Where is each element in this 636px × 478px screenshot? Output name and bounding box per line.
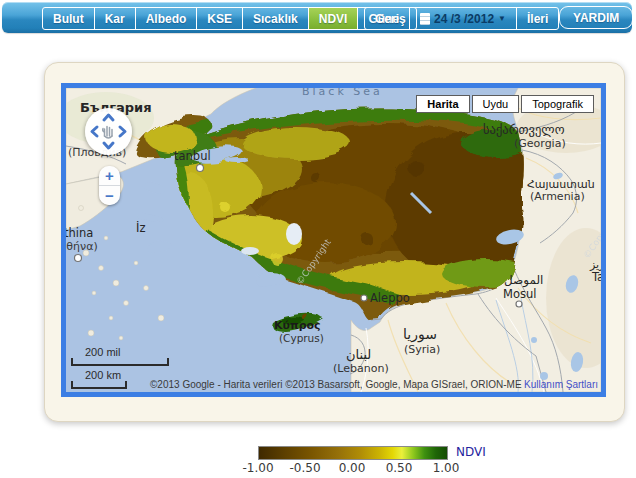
scale-miles: 200 mil [71, 346, 169, 366]
pan-up-icon [104, 115, 113, 120]
label-athina-greek: (θήνα) [66, 240, 98, 253]
scale-km: 200 km [71, 369, 127, 389]
layer-button-bulut[interactable]: Bulut [43, 8, 95, 29]
legend-tick: 0.50 [386, 461, 413, 475]
label-cyprus-en: (Cyprus) [279, 332, 324, 344]
scale-miles-label: 200 mil [85, 346, 169, 358]
label-athina: thina [66, 226, 93, 240]
label-georgia-en: (Georgia) [514, 137, 566, 150]
help-button[interactable]: YARDIM [559, 6, 633, 29]
zoom-in-button[interactable]: + [99, 166, 120, 186]
map-card: ©Copyright ©Copyright Black Sea България… [44, 62, 625, 422]
label-syria-ar: سوريا [403, 326, 437, 343]
label-mosul-ar: الموصل [504, 273, 543, 288]
pan-right-icon [120, 127, 125, 136]
legend-gradient-bar [258, 446, 448, 460]
scale-km-label: 200 km [85, 369, 127, 381]
legend-title: NDVI [456, 445, 486, 459]
label-syria-en: (Syria) [404, 343, 440, 356]
date-value: 24 /3 /2012 [434, 12, 494, 26]
toolbar: Bulut Kar Albedo KSE Sıcaklık NDVI Güneş… [2, 2, 632, 33]
pan-down-icon [104, 143, 113, 148]
label-armenia-en: (Armenia) [530, 190, 585, 203]
legend-tick: -0.50 [289, 461, 320, 475]
map-type-topografik[interactable]: Topografik [521, 95, 594, 113]
map-copyright: ©2013 Google - Harita verileri ©2013 Bas… [150, 379, 522, 390]
date-picker[interactable]: 24 /3 /2012 ▼ [410, 8, 517, 29]
ndvi-legend: -1.00 -0.50 0.00 0.50 1.00 NDVI [237, 442, 527, 476]
map[interactable]: ©Copyright ©Copyright Black Sea България… [61, 83, 606, 397]
scale-miles-bar [71, 358, 169, 366]
back-button[interactable]: Geri [365, 8, 410, 29]
map-type-harita[interactable]: Harita [416, 95, 469, 113]
label-mosul-en: Mosul [503, 287, 536, 301]
label-izmir: İz [136, 220, 145, 235]
label-cyprus-el: Κύπρος [274, 319, 321, 332]
label-tabriz-en: Tab [591, 270, 601, 284]
date-nav-group: Geri 24 /3 /2012 ▼ İleri [364, 7, 559, 30]
pan-left-icon [92, 127, 97, 136]
terms-link[interactable]: Kullanım Şartları [524, 379, 598, 390]
calendar-icon [420, 13, 430, 25]
legend-tick: 1.00 [433, 461, 460, 475]
map-type-uydu[interactable]: Uydu [472, 95, 520, 113]
label-istanbul: tanbul [174, 149, 211, 163]
layer-button-albedo[interactable]: Albedo [136, 8, 198, 29]
layer-button-ndvi[interactable]: NDVI [309, 8, 359, 29]
layer-button-group: Bulut Kar Albedo KSE Sıcaklık NDVI Güneş [42, 7, 417, 30]
layer-button-sicaklik[interactable]: Sıcaklık [243, 8, 309, 29]
zoom-out-button[interactable]: − [99, 186, 120, 205]
label-lebanon-ar: لبنان [346, 347, 371, 362]
layer-button-kse[interactable]: KSE [197, 8, 243, 29]
layer-button-kar[interactable]: Kar [95, 8, 136, 29]
hand-icon [103, 127, 112, 139]
label-georgia-ka: საქართველო [483, 122, 565, 137]
forward-button[interactable]: İleri [517, 8, 558, 29]
label-lebanon-en: (Lebanon) [333, 362, 389, 375]
label-black-sea: Black Sea [302, 88, 383, 98]
zoom-control: + − [99, 166, 120, 205]
scale-km-bar [71, 381, 127, 389]
pan-control[interactable] [85, 108, 132, 155]
label-aleppo: Aleppo [370, 291, 410, 305]
caret-down-icon: ▼ [498, 14, 506, 23]
map-type-control: Harita Uydu Topografik [416, 95, 594, 113]
legend-tick: -1.00 [242, 461, 273, 475]
legend-tick: 0.00 [339, 461, 366, 475]
